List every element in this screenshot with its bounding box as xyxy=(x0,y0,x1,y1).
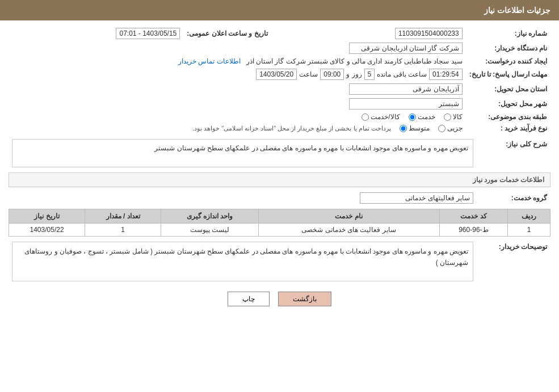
page-container: جزئیات اطلاعات نیاز شماره نیاز: 11030915… xyxy=(0,0,559,392)
summary-section: شرح کلی نیاز: تعویض مهره و ماسوره های مو… xyxy=(9,137,550,169)
category-kala-item: کالا xyxy=(444,113,463,121)
delivery-city-label: شهر محل تحویل: xyxy=(466,96,550,111)
summary-text: تعویض مهره و ماسوره های موجود انشعابات ب… xyxy=(154,144,468,152)
announce-date-value: 1403/05/15 - 07:01 xyxy=(9,26,183,41)
service-group-value: سایر فعالیتهای خدماتی xyxy=(9,191,477,205)
delivery-province-box: آذربایجان شرقی xyxy=(349,83,463,95)
service-group-section: گروه خدمت: سایر فعالیتهای خدماتی xyxy=(9,191,550,205)
creator-value: سید سجاد طباطبایی کارمند اداری مالی و کا… xyxy=(9,56,466,67)
delivery-city-box: شبستر xyxy=(349,98,463,109)
purchase-mota-item: متوسط xyxy=(400,124,430,132)
reply-time-label: ساعت xyxy=(299,70,318,78)
category-label: طبقه بندی موضوعی: xyxy=(466,111,550,123)
col-header-row: ردیف xyxy=(508,209,550,224)
table-cell: ط-96-960 xyxy=(439,224,508,237)
col-header-qty: تعداد / مقدار xyxy=(85,209,161,224)
category-kala-radio[interactable] xyxy=(444,113,451,121)
services-table: ردیف کد خدمت نام خدمت واحد اندازه گیری ت… xyxy=(9,209,550,237)
table-cell: لیست پیوست xyxy=(161,224,259,237)
need-number-label: شماره نیاز: xyxy=(466,26,550,41)
summary-value-cell: تعویض مهره و ماسوره های موجود انشعابات ب… xyxy=(9,137,477,169)
purchase-mota-label: متوسط xyxy=(409,124,430,132)
buyer-notes-label: توصیحات خریدار: xyxy=(477,240,550,283)
col-header-name: نام خدمت xyxy=(258,209,439,224)
creator-link[interactable]: اطلاعات تماس خریدار xyxy=(178,57,241,65)
service-group-box: سایر فعالیتهای خدماتی xyxy=(360,192,473,204)
reply-deadline-label: مهلت ارسال پاسخ: تا تاریخ: xyxy=(466,67,550,82)
table-cell: 1 xyxy=(85,224,161,237)
col-header-unit: واحد اندازه گیری xyxy=(161,209,259,224)
buyer-notes-text: تعویض مهره و ماسوره های موجود انشعابات ب… xyxy=(24,247,468,267)
category-kala-khadamat-label: کالا/خدمت xyxy=(371,113,400,121)
buyer-notes-box: تعویض مهره و ماسوره های موجود انشعابات ب… xyxy=(12,242,473,281)
col-header-code: کد خدمت xyxy=(439,209,508,224)
service-group-label: گروه خدمت: xyxy=(477,191,550,205)
reply-date-box: 1403/05/20 xyxy=(256,69,297,80)
purchase-type-label: نوع فرآیند خرید : xyxy=(466,123,550,134)
reply-deadline-value: 01:29:54 ساعت باقی مانده 5 روز و 09:00 س… xyxy=(9,67,466,82)
purchase-jozii-item: جزیی xyxy=(438,124,463,132)
summary-box: تعویض مهره و ماسوره های موجود انشعابات ب… xyxy=(12,139,473,167)
services-info-title: اطلاعات خدمات مورد نیاز xyxy=(9,172,550,187)
category-khadamat-radio[interactable] xyxy=(409,113,416,121)
category-value: کالا خدمت کالا/خدمت xyxy=(9,111,466,123)
need-number-value: 1103091504000233 xyxy=(283,26,466,41)
buttons-row: بازگشت چاپ xyxy=(9,292,550,306)
delivery-province-value: آذربایجان شرقی xyxy=(9,82,466,96)
delivery-province-label: استان محل تحویل: xyxy=(466,82,550,96)
category-kala-label: کالا xyxy=(453,113,463,121)
col-header-date: تاریخ نیاز xyxy=(9,209,85,224)
category-kala-khadamat-radio[interactable] xyxy=(362,113,369,121)
back-button[interactable]: بازگشت xyxy=(278,292,331,306)
need-number-box: 1103091504000233 xyxy=(395,28,463,39)
reply-remaining-label: ساعت باقی مانده xyxy=(377,70,427,78)
reply-remaining-box: 01:29:54 xyxy=(429,69,463,80)
category-kala-khadamat-item: کالا/خدمت xyxy=(362,113,400,121)
announce-date-box: 1403/05/15 - 07:01 xyxy=(116,28,180,39)
org-label: نام دستگاه خریدار: xyxy=(466,41,550,56)
main-content: شماره نیاز: 1103091504000233 تاریخ و ساع… xyxy=(0,20,559,318)
announce-date-label: تاریخ و ساعت اعلان عمومی: xyxy=(183,26,271,41)
reply-time-box: 09:00 xyxy=(320,69,344,80)
purchase-jozii-radio[interactable] xyxy=(438,125,445,132)
reply-days-label: روز و xyxy=(346,70,362,78)
page-title: جزئیات اطلاعات نیاز xyxy=(484,6,550,15)
buyer-notes-value-cell: تعویض مهره و ماسوره های موجود انشعابات ب… xyxy=(9,240,477,283)
table-cell: سایر فعالیت های خدماتی شخصی xyxy=(258,224,439,237)
purchase-jozii-label: جزیی xyxy=(447,124,463,132)
purchase-mota-radio[interactable] xyxy=(400,125,407,132)
reply-days-box: 5 xyxy=(364,69,375,80)
org-box: شرکت گاز استان اذربایجان شرقی xyxy=(349,43,463,54)
page-header: جزئیات اطلاعات نیاز xyxy=(0,0,559,20)
creator-label: ایجاد کننده درخواست: xyxy=(466,56,550,67)
purchase-type-value: جزیی متوسط پرداخت تمام یا بخشی از مبلغ خ… xyxy=(9,123,466,134)
category-khadamat-item: خدمت xyxy=(409,113,435,121)
delivery-city-value: شبستر xyxy=(9,96,466,111)
category-khadamat-label: خدمت xyxy=(418,113,435,121)
purchase-note: پرداخت تمام یا بخشی از مبلغ خریدار از مح… xyxy=(192,125,391,132)
org-value: شرکت گاز استان اذربایجان شرقی xyxy=(9,41,466,56)
table-cell: 1403/05/22 xyxy=(9,224,85,237)
table-cell: 1 xyxy=(508,224,550,237)
info-section: شماره نیاز: 1103091504000233 تاریخ و ساع… xyxy=(9,26,550,134)
table-row: 1ط-96-960سایر فعالیت های خدماتی شخصیلیست… xyxy=(9,224,550,237)
print-button[interactable]: چاپ xyxy=(228,292,270,306)
buyer-notes-section: توصیحات خریدار: تعویض مهره و ماسوره های … xyxy=(9,240,550,283)
summary-label: شرح کلی نیاز: xyxy=(477,137,550,169)
creator-text: سید سجاد طباطبایی کارمند اداری مالی و کا… xyxy=(246,57,463,65)
